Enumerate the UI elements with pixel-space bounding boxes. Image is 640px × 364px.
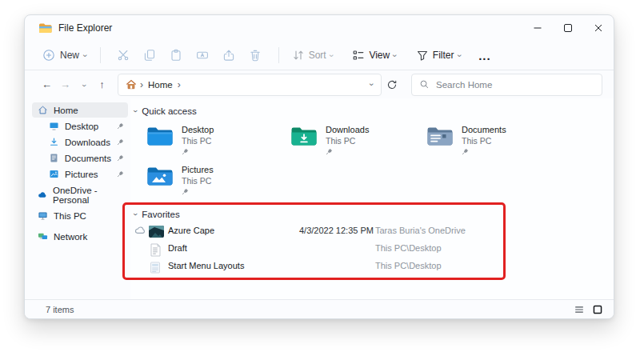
new-button[interactable]: New › [39,44,90,66]
tile-location: This PC [182,136,214,146]
sidebar-item-label: Desktop [65,122,98,131]
file-location: This PC\Desktop [375,243,442,253]
tile-location: This PC [182,176,214,186]
collapse-chevron-icon[interactable]: › [131,110,139,112]
file-row-draft[interactable]: Draft This PC\Desktop [130,241,614,258]
sidebar-item-label: Network [54,232,87,242]
recent-locations-button[interactable]: › [74,78,93,90]
delete-button[interactable] [242,44,269,66]
view-button-label: View [369,50,390,61]
pin-icon [117,138,124,146]
view-button[interactable]: View › [349,44,399,66]
search-box[interactable] [411,74,602,96]
toolbar-divider [278,47,279,63]
sidebar-item-onedrive[interactable]: OneDrive - Personal [32,187,128,202]
share-icon [222,49,235,62]
pin-icon [182,188,214,195]
toolbar-divider [100,47,101,63]
chevron-down-icon: › [81,54,90,57]
maximize-button[interactable] [553,15,583,41]
back-button[interactable]: ← [38,78,56,90]
app-folder-icon [38,22,52,34]
quick-access-label: Quick access [142,106,196,116]
sidebar-item-home[interactable]: Home [32,102,128,118]
window-controls [522,15,614,41]
file-location: Taras Buria's OneDrive [375,226,466,235]
address-dropdown-chevron-icon[interactable]: › [368,83,377,86]
pictures-icon [49,169,59,179]
favorites-header[interactable]: › Favorites [134,210,180,219]
close-button[interactable] [583,15,614,41]
tile-documents[interactable]: Documents This PC [426,125,564,155]
file-row-azure-cape[interactable]: Azure Cape 4/3/2022 12:35 PM Taras Buria… [130,223,614,241]
breadcrumb-home[interactable]: Home [146,80,174,90]
pin-icon [462,148,506,155]
plus-circle-icon [42,49,55,62]
sidebar-item-pictures[interactable]: Pictures [32,166,128,182]
tile-downloads[interactable]: Downloads This PC [290,125,428,155]
sidebar-item-label: This PC [54,211,86,221]
explorer-body: Home Desktop Downloads [25,98,614,299]
tile-pictures[interactable]: Pictures This PC [146,165,284,195]
share-button[interactable] [216,44,242,66]
new-button-label: New [60,50,79,61]
sidebar-item-documents[interactable]: Documents [32,150,128,166]
image-thumbnail-icon [149,226,164,238]
sort-button-label: Sort [309,50,326,61]
folder-downloads-icon [290,125,318,147]
large-thumbnails-toggle[interactable] [592,304,603,315]
tile-name: Documents [462,125,506,134]
chevron-down-icon: › [391,54,400,57]
file-name: Start Menu Layouts [168,261,244,270]
breadcrumb-bar[interactable]: › Home › › [118,74,382,96]
forward-button[interactable]: → [56,78,74,90]
details-view-toggle[interactable] [574,304,585,315]
sidebar-item-this-pc[interactable]: This PC [32,208,128,223]
sidebar-item-desktop[interactable]: Desktop [32,118,128,134]
refresh-button[interactable] [386,79,407,90]
minimize-button[interactable] [522,15,553,41]
sort-icon [292,49,305,62]
trash-icon [249,49,262,62]
copy-button[interactable] [137,44,163,66]
tile-desktop[interactable]: Desktop This PC [146,125,284,155]
tile-name: Desktop [182,125,214,134]
download-arrow-icon [49,137,59,147]
title-bar: File Explorer [25,15,614,41]
see-more-button[interactable]: ... [477,44,493,66]
filter-button-label: Filter [433,50,454,61]
pin-icon [117,122,124,130]
items-count: 7 items [46,305,74,314]
file-name: Azure Cape [168,226,214,235]
paste-button[interactable] [163,44,190,66]
folder-desktop-icon [146,125,174,147]
thumbnail-square-icon [592,304,603,315]
desktop-icon [49,121,59,131]
file-row-start-menu-layouts[interactable]: Start Menu Layouts This PC\Desktop [130,258,614,276]
quick-access-header[interactable]: › Quick access [134,106,197,116]
address-bar-row: ← → › ↑ › Home › › [25,70,614,98]
sidebar-item-network[interactable]: Network [32,229,128,244]
navigation-pane: Home Desktop Downloads [25,98,130,299]
rename-icon [196,49,209,62]
home-outline-icon [38,105,48,115]
file-location: This PC\Desktop [375,261,442,270]
network-icon [38,231,48,242]
sidebar-item-label: Documents [65,154,111,163]
tile-location: This PC [326,136,369,146]
search-input[interactable] [436,80,594,90]
sort-button[interactable]: Sort › [289,44,337,66]
filter-button[interactable]: Filter › [413,44,464,66]
home-icon [126,79,137,90]
command-bar: New › [25,41,614,70]
pin-icon [117,170,124,178]
onedrive-cloud-icon [38,190,47,200]
rename-button[interactable] [190,44,216,66]
chevron-down-icon: › [455,54,464,57]
sidebar-item-downloads[interactable]: Downloads [32,134,128,150]
document-file-icon [149,243,162,257]
filter-funnel-icon [416,49,429,62]
cut-button[interactable] [110,44,137,66]
collapse-chevron-icon[interactable]: › [131,213,139,215]
up-button[interactable]: ↑ [93,78,111,90]
